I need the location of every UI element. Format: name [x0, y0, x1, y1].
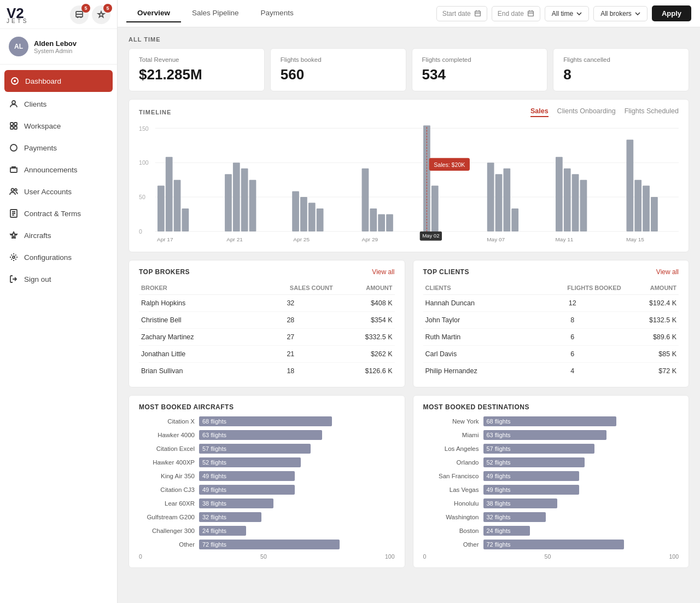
- list-item: Other 72 flights: [139, 540, 395, 549]
- timeline-chart: 150 100 50 0: [139, 124, 679, 244]
- sidebar-item-configurations[interactable]: Configurations: [0, 246, 117, 268]
- svg-rect-25: [174, 180, 181, 231]
- tab-sales-pipeline[interactable]: Sales Pipeline: [181, 4, 250, 22]
- table-row: Ralph Hopkins32$408 K: [139, 295, 395, 312]
- svg-point-10: [15, 189, 17, 191]
- list-item: Boston 24 flights: [423, 526, 679, 536]
- timeline-tab-scheduled[interactable]: Flights Scheduled: [625, 107, 679, 117]
- client-col-header: CLIENTS: [423, 281, 522, 295]
- apply-button[interactable]: Apply: [652, 5, 691, 21]
- end-date-picker[interactable]: End date: [492, 6, 540, 21]
- payments-icon: [9, 143, 19, 153]
- svg-point-12: [13, 256, 15, 258]
- sidebar-item-aircrafts[interactable]: Aircrafts: [0, 224, 117, 246]
- top-clients-title: TOP CLIENTS: [423, 268, 469, 276]
- list-item: Honolulu 38 flights: [423, 498, 679, 508]
- table-row: Jonathan Little21$262 K: [139, 346, 395, 363]
- aircrafts-icon: [9, 230, 19, 240]
- svg-point-2: [14, 80, 16, 82]
- workspace-icon: [9, 121, 19, 131]
- svg-text:50: 50: [139, 194, 145, 200]
- list-item: Orlando 52 flights: [423, 457, 679, 467]
- list-item: Other 72 flights: [423, 540, 679, 549]
- svg-rect-6: [10, 126, 13, 129]
- most-booked-destinations-section: MOST BOOKED DESTINATIONS New York 68 fli…: [413, 395, 690, 568]
- brokers-view-all[interactable]: View all: [372, 268, 394, 276]
- svg-rect-7: [14, 126, 17, 129]
- timeline-tab-sales[interactable]: Sales: [530, 107, 549, 117]
- tab-overview[interactable]: Overview: [126, 4, 181, 22]
- top-bar: Overview Sales Pipeline Payments Start d…: [118, 0, 700, 27]
- svg-text:Apr 29: Apr 29: [362, 236, 378, 242]
- list-item: Los Angeles 57 flights: [423, 444, 679, 454]
- sidebar-item-clients[interactable]: Clients: [0, 93, 117, 115]
- table-row: John Taylor8$132.5 K: [423, 312, 679, 329]
- sales-count-col-header: SALES COUNT: [246, 281, 335, 295]
- stat-flights-cancelled: Flights cancelled 8: [553, 48, 689, 91]
- sidebar-item-announcements[interactable]: Announcements: [0, 159, 117, 181]
- clients-icon: [9, 99, 19, 109]
- timeline-chart-svg: 150 100 50 0: [139, 124, 679, 244]
- start-date-picker[interactable]: Start date: [436, 6, 487, 21]
- time-filter-select[interactable]: All time: [545, 6, 589, 21]
- aircrafts-chart: Citation X 68 flights Hawker 4000 63 fli…: [139, 416, 395, 549]
- avatar: AL: [9, 37, 28, 56]
- svg-rect-33: [308, 203, 316, 231]
- timeline-label: TIMELINE: [139, 109, 171, 115]
- alerts-button[interactable]: 5: [92, 5, 110, 24]
- svg-text:100: 100: [139, 159, 149, 166]
- svg-text:May 15: May 15: [626, 236, 644, 242]
- sidebar-item-workspace[interactable]: Workspace: [0, 115, 117, 137]
- svg-rect-30: [249, 180, 256, 231]
- list-item: San Francisco 49 flights: [423, 471, 679, 481]
- svg-rect-27: [225, 174, 232, 231]
- timeline-tab-onboarding[interactable]: Clients Onboarding: [557, 107, 616, 117]
- notifications-button[interactable]: 5: [70, 5, 89, 24]
- broker-filter-select[interactable]: All brokers: [593, 6, 648, 21]
- amount-col-header: AMOUNT: [335, 281, 395, 295]
- list-item: Washington 32 flights: [423, 512, 679, 522]
- period-label: ALL TIME: [129, 36, 689, 43]
- flights-booked-col-header: FLIGHTS BOOKED: [522, 281, 623, 295]
- svg-rect-36: [370, 208, 377, 231]
- stat-flights-booked: Flights booked 560: [270, 48, 406, 91]
- svg-rect-53: [580, 180, 587, 231]
- top-brokers-title: TOP BROKERS: [139, 268, 190, 276]
- main-tabs: Overview Sales Pipeline Payments: [126, 4, 305, 22]
- destinations-title: MOST BOOKED DESTINATIONS: [423, 403, 679, 411]
- svg-rect-39: [423, 125, 430, 231]
- list-item: Citation CJ3 49 flights: [139, 485, 395, 495]
- svg-rect-50: [556, 157, 563, 231]
- list-item: King Air 350 49 flights: [139, 471, 395, 481]
- timeline-tabs: Sales Clients Onboarding Flights Schedul…: [530, 107, 679, 117]
- svg-text:Sales: $20K: Sales: $20K: [434, 161, 465, 168]
- sign-out-icon: [9, 274, 19, 284]
- clients-view-all[interactable]: View all: [656, 268, 679, 276]
- svg-rect-24: [166, 157, 173, 231]
- sidebar-item-payments[interactable]: Payments: [0, 137, 117, 159]
- svg-rect-28: [233, 163, 240, 231]
- contract-icon: [9, 208, 19, 218]
- stat-flights-completed: Flights completed 534: [412, 48, 548, 91]
- table-row: Ruth Martin6$89.6 K: [423, 329, 679, 346]
- top-brokers-section: TOP BROKERS View all BROKER SALES COUNT …: [129, 260, 405, 387]
- filter-group: Start date End date All time All brokers…: [436, 5, 691, 21]
- sidebar-item-user-accounts[interactable]: User Accounts: [0, 181, 117, 202]
- sidebar-item-contract-terms[interactable]: Contract & Terms: [0, 202, 117, 224]
- client-amount-col-header: AMOUNT: [623, 281, 679, 295]
- list-item: Hawker 4000 63 flights: [139, 430, 395, 440]
- clients-table: CLIENTS FLIGHTS BOOKED AMOUNT Hannah Dun…: [423, 281, 679, 379]
- sidebar-item-sign-out[interactable]: Sign out: [0, 268, 117, 290]
- svg-rect-57: [651, 197, 658, 231]
- logo: V2 JETS: [7, 6, 28, 24]
- svg-text:Apr 25: Apr 25: [293, 236, 310, 242]
- sidebar-item-dashboard[interactable]: Dashboard: [4, 70, 113, 92]
- top-clients-header: TOP CLIENTS View all: [423, 268, 679, 276]
- announcements-icon: [9, 165, 19, 175]
- svg-rect-55: [634, 180, 641, 231]
- svg-rect-23: [158, 185, 165, 231]
- table-row: Christine Bell28$354 K: [139, 312, 395, 329]
- svg-rect-29: [241, 169, 248, 231]
- list-item: Miami 63 flights: [423, 430, 679, 440]
- tab-payments[interactable]: Payments: [250, 4, 305, 22]
